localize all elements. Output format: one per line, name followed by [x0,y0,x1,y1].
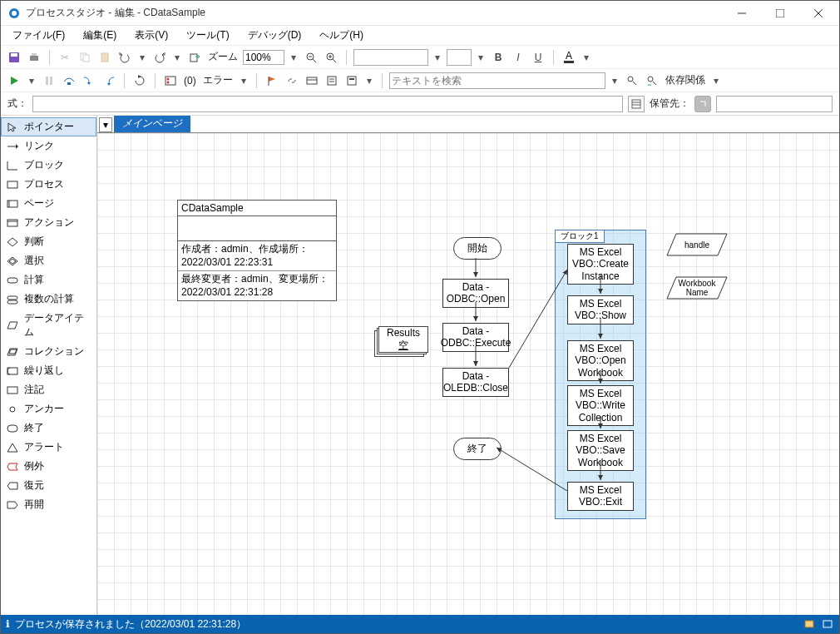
export-button[interactable] [186,49,203,66]
menu-help[interactable]: ヘルプ(H) [311,27,372,44]
toolbox-item-14[interactable]: アンカー [1,399,96,419]
menu-debug[interactable]: デバッグ(D) [240,27,310,44]
font-family-combo[interactable] [353,49,428,66]
step-into-button[interactable] [81,72,97,89]
zoom-in-button[interactable] [323,49,339,66]
status-icon-2[interactable] [823,618,834,630]
run-dropdown[interactable]: ▾ [26,72,37,89]
menu-tool[interactable]: ツール(T) [178,27,237,44]
font-size-combo[interactable] [447,49,472,66]
toolbox-item-0[interactable]: ポインター [1,117,96,136]
menu-edit[interactable]: 編集(E) [75,27,125,44]
expression-input[interactable] [32,96,623,112]
close-button[interactable] [799,1,838,26]
toolbox-item-17[interactable]: 例外 [1,457,96,476]
stage-odbc-open[interactable]: Data - ODBC::Open [442,279,509,308]
view-process-button[interactable] [343,72,360,89]
stage-excel-create[interactable]: MS Excel VBO::Create Instance [567,244,634,285]
toolbox-item-19[interactable]: 再開 [1,495,96,514]
run-button[interactable] [6,72,22,89]
toolbox-item-10[interactable]: データアイテム [1,309,96,342]
page-tab-menu[interactable]: ▾ [99,117,112,132]
stage-excel-open[interactable]: MS Excel VBO::Open Workbook [567,340,634,381]
toolbox-item-5[interactable]: アクション [1,213,96,232]
menu-view[interactable]: 表示(V) [126,27,176,44]
view-dropdown[interactable]: ▾ [363,72,375,89]
stage-excel-write[interactable]: MS Excel VBO::Write Collection [567,385,634,426]
reset-button[interactable] [131,72,148,89]
find-replace-button[interactable] [644,72,660,89]
collection-results[interactable]: Results 空 [378,326,428,353]
toolbox-item-12[interactable]: 繰り返し [1,361,96,380]
dependency-label[interactable]: 依存関係 [664,73,707,87]
toolbox-item-16[interactable]: アラート [1,438,96,457]
toolbox-item-4[interactable]: ページ [1,194,96,213]
data-handle[interactable]: handle [666,233,728,256]
zoom-out-button[interactable] [303,49,319,66]
toolbox-item-9[interactable]: 複数の計算 [1,290,96,309]
font-family-dropdown[interactable]: ▾ [432,49,443,66]
link-tool-button[interactable] [284,72,300,89]
bold-button[interactable]: B [490,49,506,66]
zoom-input[interactable] [243,50,284,65]
toolbox-item-11[interactable]: コレクション [1,342,96,361]
redo-dropdown[interactable]: ▾ [171,49,183,66]
font-color-button[interactable]: A [561,49,577,66]
redo-button[interactable] [151,49,168,66]
data-workbook-name[interactable]: Workbook Name [666,276,728,300]
tab-main-page[interactable]: メインページ [114,116,190,132]
paste-button[interactable] [96,49,113,66]
process-info-box[interactable]: CDataSample 作成者：admin、作成場所： 2022/03/01 2… [177,200,337,301]
undo-button[interactable] [116,49,133,66]
view-log-button[interactable] [324,72,340,89]
stage-odbc-execute[interactable]: Data - ODBC::Execute [442,323,509,352]
storage-input[interactable] [716,96,833,112]
dependency-dropdown[interactable]: ▾ [710,72,722,89]
stage-end[interactable]: 終了 [453,438,502,460]
toolbox-item-13[interactable]: 注記 [1,380,96,399]
expression-builder-button[interactable] [628,96,645,112]
toolbox-item-2[interactable]: ブロック [1,156,96,175]
font-color-dropdown[interactable]: ▾ [581,49,592,66]
search-dropdown[interactable]: ▾ [609,72,620,89]
toolbox-item-8[interactable]: 計算 [1,270,96,290]
maximize-button[interactable] [761,1,799,26]
breakpoint-list-button[interactable] [162,72,179,89]
undo-dropdown[interactable]: ▾ [136,49,148,66]
toolbox-item-7[interactable]: 選択 [1,251,96,270]
view-data-button[interactable] [304,72,320,89]
status-icon-1[interactable] [804,618,816,630]
copy-button[interactable] [77,49,93,66]
error-dropdown[interactable]: ▾ [238,72,250,89]
pause-button[interactable] [41,72,57,89]
svg-point-1 [12,11,17,16]
find-button[interactable] [624,72,640,89]
stage-excel-save[interactable]: MS Excel VBO::Save Workbook [567,430,634,471]
stage-start[interactable]: 開始 [453,237,502,260]
cut-button[interactable]: ✂ [57,49,73,66]
print-button[interactable] [26,49,42,66]
toolbox-item-18[interactable]: 復元 [1,476,96,495]
zoom-dropdown[interactable]: ▾ [288,49,299,66]
flag-button[interactable] [264,72,280,89]
process-created-label: 作成者：admin、作成場所： [181,243,333,256]
menu-file[interactable]: ファイル(F) [4,27,73,44]
step-over-button[interactable] [61,72,77,89]
underline-button[interactable]: U [530,49,546,66]
storage-picker-button[interactable] [694,96,711,112]
stage-excel-show[interactable]: MS Excel VBO::Show [567,295,634,324]
step-out-button[interactable] [101,72,117,89]
zoom-label: ズーム [206,50,240,64]
search-input[interactable] [389,72,605,89]
toolbox-item-3[interactable]: プロセス [1,175,96,194]
toolbox-item-1[interactable]: リンク [1,136,96,156]
italic-button[interactable]: I [510,49,526,66]
canvas[interactable]: CDataSample 作成者：admin、作成場所： 2022/03/01 2… [97,132,839,615]
stage-oledb-close[interactable]: Data - OLEDB::Close [442,368,509,397]
toolbox-item-15[interactable]: 終了 [1,419,96,438]
minimize-button[interactable] [723,1,761,26]
stage-excel-exit[interactable]: MS Excel VBO::Exit [567,482,634,511]
save-button[interactable] [6,49,22,66]
font-size-dropdown[interactable]: ▾ [475,49,487,66]
toolbox-item-6[interactable]: 判断 [1,232,96,251]
